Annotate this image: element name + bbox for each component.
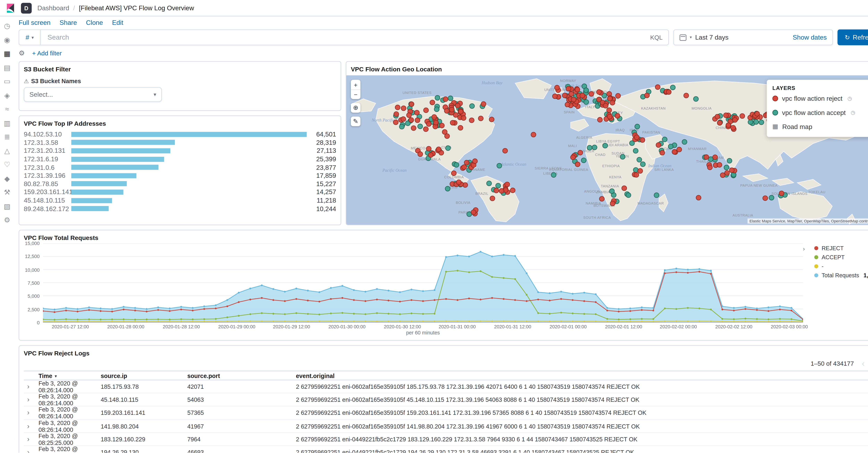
kibana-logo[interactable] (6, 3, 15, 13)
map-marker-reject[interactable] (436, 147, 441, 152)
map-marker-reject[interactable] (740, 114, 745, 118)
map-marker-reject[interactable] (510, 188, 515, 193)
legend-item[interactable]: ACCEPT253 (807, 252, 868, 262)
map-marker-accept[interactable] (654, 193, 659, 198)
map-marker-reject[interactable] (505, 182, 510, 187)
map-marker-reject[interactable] (464, 160, 469, 165)
map-marker-accept[interactable] (633, 168, 638, 173)
zoom-out-button[interactable]: − (351, 89, 361, 99)
space-avatar[interactable]: D (21, 3, 32, 13)
map-marker-reject[interactable] (603, 103, 608, 108)
map-marker-reject[interactable] (615, 113, 620, 118)
map-marker-accept[interactable] (626, 193, 631, 198)
nav-stack-monitoring-icon[interactable]: ▧ (2, 202, 12, 211)
map-marker-accept[interactable] (584, 100, 589, 104)
map-marker-accept[interactable] (435, 95, 440, 100)
map-marker-accept[interactable] (497, 163, 502, 168)
map-marker-accept[interactable] (603, 143, 608, 148)
map-marker-reject[interactable] (755, 111, 760, 116)
map-marker-reject[interactable] (723, 113, 728, 118)
map-marker-reject[interactable] (430, 100, 435, 105)
time-range-value[interactable]: Last 7 days (695, 34, 728, 41)
map-marker-accept[interactable] (434, 107, 439, 112)
show-dates-link[interactable]: Show dates (793, 34, 827, 41)
map-marker-accept[interactable] (769, 195, 774, 200)
map-marker-reject[interactable] (424, 127, 428, 131)
nav-machine-learning-icon[interactable]: ≈ (2, 105, 12, 114)
map-marker-accept[interactable] (610, 189, 614, 193)
map-marker-accept[interactable] (487, 181, 492, 186)
map-marker-reject[interactable] (426, 146, 431, 151)
ip-bar[interactable] (71, 165, 158, 170)
map-marker-accept[interactable] (682, 140, 687, 145)
map-marker-reject[interactable] (411, 126, 416, 130)
search-input[interactable] (46, 33, 650, 42)
expand-row-icon[interactable]: › (24, 383, 38, 391)
map-marker-reject[interactable] (555, 85, 559, 90)
map-marker-reject[interactable] (578, 150, 583, 155)
legend-item[interactable]: Total Requests1,226 (807, 271, 868, 279)
map-marker-reject[interactable] (433, 120, 438, 125)
s3-bucket-select[interactable]: Select... ▾ (24, 87, 162, 102)
map-marker-accept[interactable] (748, 120, 753, 124)
nav-metrics-icon[interactable]: ▥ (2, 119, 12, 128)
map-marker-reject[interactable] (443, 97, 448, 101)
nav-apm-icon[interactable]: △ (2, 146, 12, 155)
map-marker-reject[interactable] (450, 120, 455, 125)
map-marker-accept[interactable] (724, 165, 729, 170)
map-marker-reject[interactable] (580, 93, 585, 98)
map-marker-reject[interactable] (395, 105, 400, 110)
map-marker-accept[interactable] (662, 137, 667, 142)
map-marker-reject[interactable] (707, 165, 712, 170)
map-marker-reject[interactable] (394, 112, 399, 117)
map-marker-reject[interactable] (478, 116, 483, 121)
map-marker-accept[interactable] (753, 119, 758, 124)
map-marker-reject[interactable] (589, 91, 594, 96)
map-marker-accept[interactable] (581, 158, 586, 163)
map-marker-accept[interactable] (454, 162, 459, 168)
map-marker-reject[interactable] (428, 153, 433, 157)
ip-bar[interactable] (71, 198, 112, 203)
map-marker-reject[interactable] (616, 93, 620, 98)
map-marker-accept[interactable] (446, 146, 451, 151)
map-marker-reject[interactable] (763, 196, 768, 201)
map-marker-accept[interactable] (671, 85, 675, 90)
map-marker-reject[interactable] (571, 97, 576, 102)
map-marker-reject[interactable] (490, 196, 495, 201)
map-marker-reject[interactable] (471, 210, 476, 215)
ip-bar[interactable] (71, 181, 127, 186)
ip-bar[interactable] (71, 132, 307, 137)
legend-collapse-icon[interactable]: › (803, 246, 805, 252)
expand-row-icon[interactable]: › (24, 422, 38, 430)
map-marker-reject[interactable] (494, 188, 499, 193)
map-marker-reject[interactable] (634, 135, 639, 140)
kql-language-button[interactable]: KQL (650, 34, 663, 41)
map-marker-reject[interactable] (733, 118, 738, 122)
map-marker-reject[interactable] (481, 101, 486, 107)
map-marker-reject[interactable] (575, 87, 580, 92)
map-marker-reject[interactable] (472, 159, 477, 163)
time-range-picker[interactable]: ▾ Last 7 days Show dates (673, 29, 833, 45)
ip-bar[interactable] (71, 206, 109, 211)
expand-row-icon[interactable]: › (24, 409, 38, 417)
map-marker-accept[interactable] (445, 186, 450, 191)
column-header-Time[interactable]: Time▼ (38, 372, 101, 379)
map-marker-reject[interactable] (640, 138, 645, 143)
map-marker-reject[interactable] (704, 155, 709, 159)
saved-query-button[interactable]: # ▾ (19, 29, 40, 45)
layer-item[interactable]: vpc flow action accept◷ (772, 105, 868, 119)
nav-logs-icon[interactable]: ≣ (2, 132, 12, 142)
legend-item[interactable]: REJECT863 (807, 243, 868, 252)
nav-recently-viewed-icon[interactable]: ◷ (2, 22, 12, 31)
ip-bar[interactable] (71, 173, 136, 178)
map-marker-reject[interactable] (729, 168, 734, 173)
map-marker-reject[interactable] (566, 86, 571, 91)
map-marker-reject[interactable] (638, 169, 643, 173)
map-marker-reject[interactable] (655, 85, 660, 90)
map-marker-reject[interactable] (401, 117, 406, 122)
map-marker-reject[interactable] (489, 117, 494, 122)
map-marker-reject[interactable] (503, 148, 507, 153)
map-marker-reject[interactable] (607, 114, 612, 119)
nav-dev-tools-icon[interactable]: ⚒ (2, 188, 12, 197)
map-marker-reject[interactable] (444, 109, 449, 113)
